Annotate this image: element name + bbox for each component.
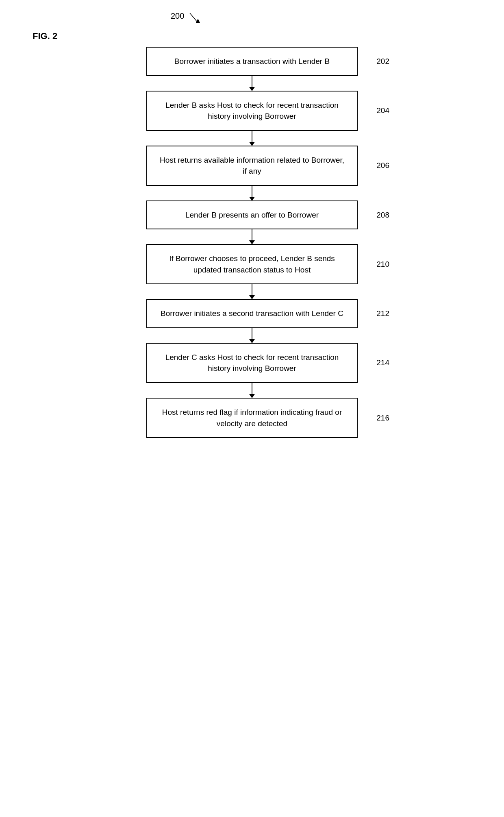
flow-box-208-text: Lender B presents an offer to Borrower <box>146 200 358 230</box>
flowchart: Borrower initiates a transaction with Le… <box>114 47 390 438</box>
flow-box-212-text: Borrower initiates a second transaction … <box>146 299 358 328</box>
arrow-4 <box>252 229 252 244</box>
arrow-2 <box>252 131 252 146</box>
flow-box-204-text: Lender B asks Host to check for recent t… <box>146 91 358 131</box>
flow-box-208: Lender B presents an offer to Borrower 2… <box>146 200 358 230</box>
flow-label-202: 202 <box>376 57 389 66</box>
flow-label-206: 206 <box>376 161 389 170</box>
page-container: 200 FIG. 2 Borrower initiates a transact… <box>0 0 504 817</box>
figure-label: FIG. 2 <box>33 31 57 41</box>
flow-box-202: Borrower initiates a transaction with Le… <box>146 47 358 76</box>
flow-box-214: Lender C asks Host to check for recent t… <box>146 343 358 383</box>
flow-label-204: 204 <box>376 106 389 115</box>
flow-box-206-text: Host returns available information relat… <box>146 146 358 186</box>
flow-label-208: 208 <box>376 211 389 220</box>
diagram-number: 200 <box>171 11 184 21</box>
flow-box-210: If Borrower chooses to proceed, Lender B… <box>146 244 358 284</box>
flow-label-214: 214 <box>376 358 389 367</box>
arrow-7 <box>252 383 252 398</box>
arrow-1 <box>252 76 252 91</box>
flow-label-212: 212 <box>376 309 389 318</box>
flow-label-210: 210 <box>376 260 389 269</box>
flow-box-216: Host returns red flag if information ind… <box>146 398 358 438</box>
flow-box-202-text: Borrower initiates a transaction with Le… <box>146 47 358 76</box>
flow-box-214-text: Lender C asks Host to check for recent t… <box>146 343 358 383</box>
flow-box-204: Lender B asks Host to check for recent t… <box>146 91 358 131</box>
flow-box-206: Host returns available information relat… <box>146 146 358 186</box>
arrow-5 <box>252 284 252 299</box>
arrow-3 <box>252 186 252 200</box>
flow-box-216-text: Host returns red flag if information ind… <box>146 398 358 438</box>
diagram-arrow <box>186 12 202 27</box>
arrow-6 <box>252 328 252 343</box>
flow-box-212: Borrower initiates a second transaction … <box>146 299 358 328</box>
flow-box-210-text: If Borrower chooses to proceed, Lender B… <box>146 244 358 284</box>
diagram-number-annotation: 200 <box>171 11 202 27</box>
flow-label-216: 216 <box>376 414 389 423</box>
